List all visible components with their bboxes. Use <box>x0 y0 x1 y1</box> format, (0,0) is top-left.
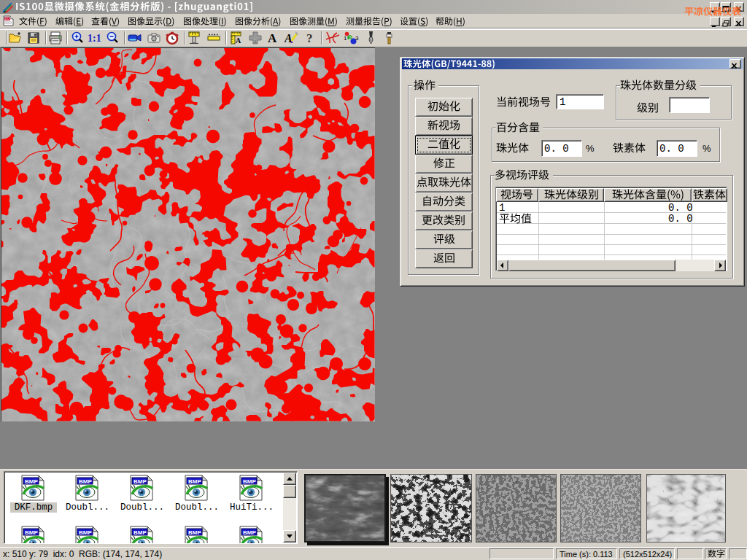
svg-text:BMP: BMP <box>133 529 147 536</box>
svg-text:BMP: BMP <box>188 478 201 485</box>
svg-text:BMP: BMP <box>79 529 92 536</box>
svg-text:1: 1 <box>344 35 347 42</box>
svg-text:BMP: BMP <box>243 529 256 536</box>
svg-text:A: A <box>236 36 241 44</box>
svg-text:2: 2 <box>349 35 352 42</box>
svg-text:BMP: BMP <box>25 478 38 485</box>
svg-text:BMP: BMP <box>243 478 256 485</box>
svg-text:1:1: 1:1 <box>88 33 101 44</box>
svg-text:3: 3 <box>355 35 359 42</box>
svg-text:A: A <box>268 31 277 45</box>
svg-text:DOC: DOC <box>5 17 13 20</box>
svg-text:?: ? <box>306 31 313 45</box>
svg-text:BMP: BMP <box>133 478 147 485</box>
svg-text:BMP: BMP <box>25 529 38 536</box>
svg-text:BMP: BMP <box>79 478 92 485</box>
svg-text:BMP: BMP <box>188 529 201 536</box>
